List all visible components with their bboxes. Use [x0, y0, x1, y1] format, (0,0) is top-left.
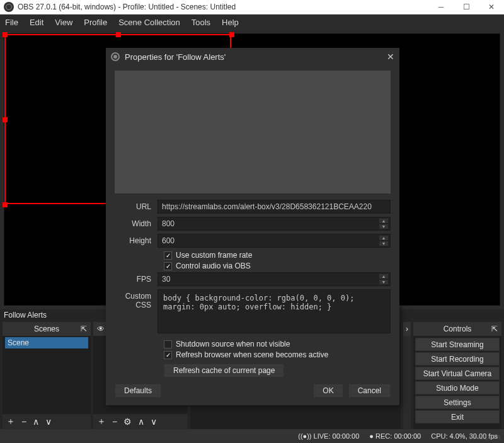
width-label: Width: [115, 219, 158, 228]
height-spinner[interactable]: ▲▼: [379, 235, 389, 246]
properties-dialog: Properties for 'Follow Alerts' ✕ URL htt…: [106, 48, 399, 405]
url-label: URL: [115, 202, 158, 211]
custom-frame-rate-label: Use custom frame rate: [176, 251, 252, 260]
dialog-titlebar[interactable]: Properties for 'Follow Alerts' ✕: [106, 48, 399, 66]
watermark: deuaq.com: [469, 434, 500, 440]
dialog-title-text: Properties for 'Follow Alerts': [125, 52, 387, 62]
obs-small-icon: [111, 52, 120, 61]
dialog-close-button[interactable]: ✕: [387, 52, 394, 62]
refresh-cache-button[interactable]: Refresh cache of current page: [164, 364, 284, 377]
control-audio-checkbox[interactable]: [164, 262, 172, 270]
fps-input[interactable]: 30 ▲▼: [158, 272, 391, 286]
fps-label: FPS: [115, 275, 158, 284]
refresh-browser-label: Refresh browser when scene becomes activ…: [176, 350, 328, 359]
shutdown-checkbox[interactable]: [164, 340, 172, 348]
url-input[interactable]: https://streamlabs.com/alert-box/v3/28D6…: [158, 200, 391, 214]
dialog-overlay: Properties for 'Follow Alerts' ✕ URL htt…: [0, 0, 504, 443]
width-spinner[interactable]: ▲▼: [379, 218, 389, 229]
dialog-source-preview: [115, 71, 391, 193]
refresh-browser-checkbox[interactable]: [164, 351, 172, 359]
width-input[interactable]: 800 ▲▼: [158, 217, 391, 231]
defaults-button[interactable]: Defaults: [115, 384, 161, 398]
custom-css-label: Custom CSS: [115, 289, 158, 309]
fps-spinner[interactable]: ▲▼: [379, 273, 389, 285]
height-label: Height: [115, 236, 158, 245]
shutdown-label: Shutdown source when not visible: [176, 340, 290, 348]
ok-button[interactable]: OK: [313, 384, 343, 398]
control-audio-label: Control audio via OBS: [176, 262, 251, 270]
height-input[interactable]: 600 ▲▼: [158, 234, 391, 248]
cancel-button[interactable]: Cancel: [348, 384, 391, 398]
custom-css-textarea[interactable]: body { background-color: rgba(0, 0, 0, 0…: [158, 289, 391, 333]
custom-frame-rate-checkbox[interactable]: [164, 251, 172, 260]
